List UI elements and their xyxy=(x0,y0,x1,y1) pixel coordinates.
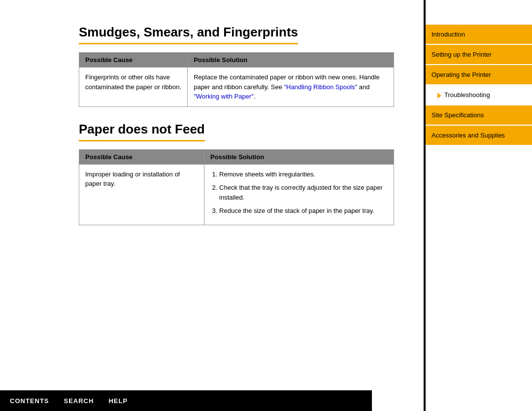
page-wrapper: Smudges, Smears, and Fingerprints Possib… xyxy=(0,0,532,411)
nav-help[interactable]: HELP xyxy=(108,397,128,405)
solution-cell-2: Remove sheets with irregularities. Check… xyxy=(204,164,394,225)
table-row: Fingerprints or other oils have contamin… xyxy=(79,68,394,107)
col-header-solution-2: Possible Solution xyxy=(204,149,394,164)
cause-cell-2: Improper loading or installation of pape… xyxy=(79,164,204,225)
main-content: Smudges, Smears, and Fingerprints Possib… xyxy=(0,0,424,411)
table-smudges: Possible Cause Possible Solution Fingerp… xyxy=(79,52,394,107)
list-item: Reduce the size of the stack of paper in… xyxy=(219,206,388,216)
triangle-icon xyxy=(437,93,441,99)
bottom-bar: CONTENTS SEARCH HELP xyxy=(0,390,372,411)
sidebar: Introduction Setting up the Printer Oper… xyxy=(424,0,532,411)
section-title-paper-feed: Paper does not Feed xyxy=(79,122,205,141)
nav-contents[interactable]: CONTENTS xyxy=(10,397,49,405)
col-header-cause-2: Possible Cause xyxy=(79,149,204,164)
sidebar-item-setting-printer[interactable]: Setting up the Printer xyxy=(424,45,532,64)
sidebar-item-introduction[interactable]: Introduction xyxy=(424,25,532,44)
link-working-with-paper[interactable]: "Working with Paper" xyxy=(194,93,254,100)
list-item: Remove sheets with irregularities. xyxy=(219,170,388,179)
table-row: Improper loading or installation of pape… xyxy=(79,164,394,225)
table-paper-feed: Possible Cause Possible Solution Imprope… xyxy=(79,149,394,225)
solution-cell-1: Replace the contaminated paper or ribbon… xyxy=(188,68,394,107)
section-smudges: Smudges, Smears, and Fingerprints Possib… xyxy=(79,25,394,107)
sidebar-item-troubleshooting[interactable]: Troubleshooting xyxy=(424,85,532,104)
nav-search[interactable]: SEARCH xyxy=(64,397,94,405)
sidebar-item-site-specs[interactable]: Site Specifications xyxy=(424,105,532,125)
section-title-smudges: Smudges, Smears, and Fingerprints xyxy=(79,25,298,44)
col-header-solution-1: Possible Solution xyxy=(188,53,394,68)
col-header-cause-1: Possible Cause xyxy=(79,53,188,68)
cause-cell-1: Fingerprints or other oils have contamin… xyxy=(79,68,188,107)
link-ribbon-spools[interactable]: "Handling Ribbon Spools" xyxy=(284,83,358,91)
list-item: Check that the tray is correctly adjuste… xyxy=(219,183,388,202)
section-paper-feed: Paper does not Feed Possible Cause Possi… xyxy=(79,122,394,225)
sidebar-item-operating-printer[interactable]: Operating the Printer xyxy=(424,65,532,84)
sidebar-item-accessories[interactable]: Accessories and Supplies xyxy=(424,126,532,145)
